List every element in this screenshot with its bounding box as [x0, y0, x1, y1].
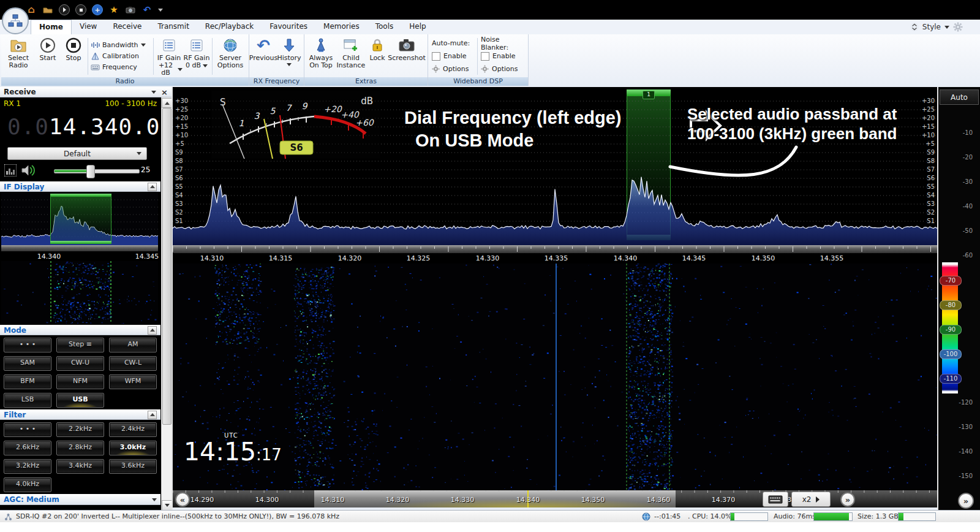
mode-button-lsb[interactable]: LSB [4, 393, 51, 408]
mode-button-cwu[interactable]: CW-U [56, 356, 104, 371]
receive-collapse-icon[interactable] [151, 91, 156, 94]
filter-button-2.2khz[interactable]: 2.2kHz [56, 422, 104, 437]
mode-button-step[interactable]: Step ≡ [56, 338, 104, 352]
server-options-button[interactable]: Server Options [214, 36, 247, 69]
mode-button-nfm[interactable]: NFM [56, 374, 104, 389]
mode-button-usb[interactable]: USB [56, 393, 104, 408]
frequency-keyboard-button[interactable] [763, 492, 788, 507]
scrollbar-down-button[interactable] [162, 500, 172, 511]
mode-button-wfm[interactable]: WFM [109, 374, 157, 389]
mode-collapse-button[interactable] [148, 326, 157, 335]
filter-button-4.0khz[interactable]: 4.0kHz [4, 477, 51, 492]
undo-icon[interactable]: ↶ [141, 4, 153, 15]
add-icon[interactable]: + [92, 4, 103, 15]
volume-slider-thumb[interactable] [86, 165, 95, 178]
updown-chevron-icon[interactable] [910, 22, 919, 32]
spectrum-level-label: +15 [914, 123, 935, 130]
style-dropdown-icon[interactable] [944, 26, 949, 29]
db-scale-bubble: -70 [940, 276, 962, 286]
play-icon[interactable] [59, 4, 70, 15]
auto-mute-enable-checkbox[interactable] [432, 52, 440, 61]
navigator-scroll-left-button[interactable]: « [175, 492, 190, 507]
screenshot-button[interactable]: Screenshot [389, 36, 424, 62]
mode-button-sam[interactable]: SAM [4, 356, 51, 371]
ribbon-group-rx-frequency: ↶ Previous History RX Frequency [249, 34, 304, 86]
scrollbar-up-button[interactable] [162, 98, 172, 108]
filter-button-3.0khz[interactable]: 3.0kHz [109, 441, 157, 455]
navigator-scroll-right-button[interactable]: » [840, 492, 855, 507]
calibration-button[interactable]: Calibration [91, 50, 146, 61]
graphic-eq-button[interactable] [4, 164, 17, 177]
tab-view[interactable]: View [72, 20, 105, 34]
style-button[interactable]: Style [922, 23, 941, 31]
always-on-top-button[interactable]: Always On Top [306, 36, 336, 69]
zoom-button[interactable]: x2 [791, 492, 831, 507]
rf-gain-button[interactable]: RF Gain 0 dB [183, 36, 210, 69]
bandwidth-button[interactable]: Bandwidth [91, 39, 146, 50]
tab-receive[interactable]: Receive [105, 20, 149, 34]
auto-range-button[interactable]: Auto [940, 89, 979, 105]
scrollbar-thumb[interactable] [162, 108, 172, 425]
server-options-label: Server Options [214, 55, 247, 69]
select-radio-button[interactable]: Select Radio [2, 36, 34, 69]
start-button[interactable]: Start [36, 36, 60, 62]
mode-button-cwl[interactable]: CW-L [109, 356, 157, 371]
stop-button[interactable]: Stop [61, 36, 86, 62]
stop-icon[interactable] [75, 4, 86, 15]
auto-mute-enable[interactable]: Enable [432, 50, 475, 63]
open-folder-icon[interactable] [42, 4, 53, 15]
noise-blanker-enable[interactable]: Enable [481, 50, 527, 63]
lock-button[interactable]: Lock [366, 36, 389, 62]
spectrum-level-label: +10 [175, 132, 196, 139]
home-icon[interactable]: ⌂ [26, 4, 37, 15]
toolbar-more-icon[interactable] [158, 9, 163, 12]
tab-favourites[interactable]: Favourites [262, 20, 315, 34]
mode-button-bfm[interactable]: BFM [4, 374, 51, 389]
band-navigator[interactable]: 14.29014.30014.31014.32014.33014.34014.3… [173, 490, 937, 507]
spectrum-level-label: +25 [175, 106, 196, 113]
spectrum-frequency-axis[interactable] [173, 245, 937, 253]
speaker-icon[interactable] [21, 164, 37, 177]
filter-button-3.4khz[interactable]: 3.4kHz [56, 459, 104, 474]
if-waterfall-display[interactable] [1, 261, 158, 324]
filter-button-[interactable]: • • • [4, 422, 51, 437]
auto-mute-options-button[interactable]: Options [432, 63, 475, 75]
tab-help[interactable]: Help [401, 20, 434, 34]
child-instance-button[interactable]: Child Instance [336, 36, 366, 69]
frequency-tick-label: 14.335 [545, 254, 568, 262]
tab-recplayback[interactable]: Rec/Playback [197, 20, 262, 34]
frequency-display[interactable]: 0.014.340.000 [0, 109, 160, 144]
tab-memories[interactable]: Memories [315, 20, 368, 34]
history-button[interactable]: History [276, 36, 302, 66]
application-menu-button[interactable] [2, 7, 29, 34]
previous-button[interactable]: ↶ Previous [251, 36, 276, 62]
filter-button-3.6khz[interactable]: 3.6kHz [109, 459, 157, 474]
gear-icon[interactable] [953, 22, 963, 32]
filter-button-3.2khz[interactable]: 3.2kHz [4, 459, 51, 474]
previous-icon: ↶ [257, 36, 270, 55]
bandwidth-dropdown-icon [141, 44, 146, 47]
tab-home[interactable]: Home [31, 20, 72, 34]
close-icon[interactable]: × [161, 88, 168, 97]
mode-button-[interactable]: • • • [4, 338, 51, 352]
screenshot-camera-icon[interactable] [125, 4, 136, 15]
if-gain-button[interactable]: IF Gain +12 dB [156, 36, 183, 77]
filter-button-2.4khz[interactable]: 2.4kHz [109, 422, 157, 437]
tab-transmit[interactable]: Transmit [149, 20, 197, 34]
filter-collapse-button[interactable] [148, 411, 157, 419]
frequency-button[interactable]: Frequency [91, 61, 146, 72]
annotation-passband-line2: 100-3100 (3kHz) green band [687, 124, 897, 143]
filter-button-2.6khz[interactable]: 2.6kHz [4, 441, 51, 455]
agc-expand-icon[interactable] [152, 498, 157, 501]
filter-button-2.8khz[interactable]: 2.8kHz [56, 441, 104, 455]
if-frequency-scale[interactable] [1, 245, 158, 251]
if-display-collapse-button[interactable] [148, 183, 157, 191]
if-passband-overlay[interactable] [50, 194, 111, 244]
preset-dropdown[interactable]: Default [7, 147, 147, 160]
sidebar-scroll-button[interactable]: » [958, 493, 974, 509]
noise-blanker-enable-checkbox[interactable] [481, 52, 489, 61]
tab-tools[interactable]: Tools [368, 20, 402, 34]
mode-button-am[interactable]: AM [109, 338, 157, 352]
noise-blanker-options-button[interactable]: Options [481, 63, 527, 75]
favourite-star-icon[interactable]: ★ [108, 4, 119, 15]
